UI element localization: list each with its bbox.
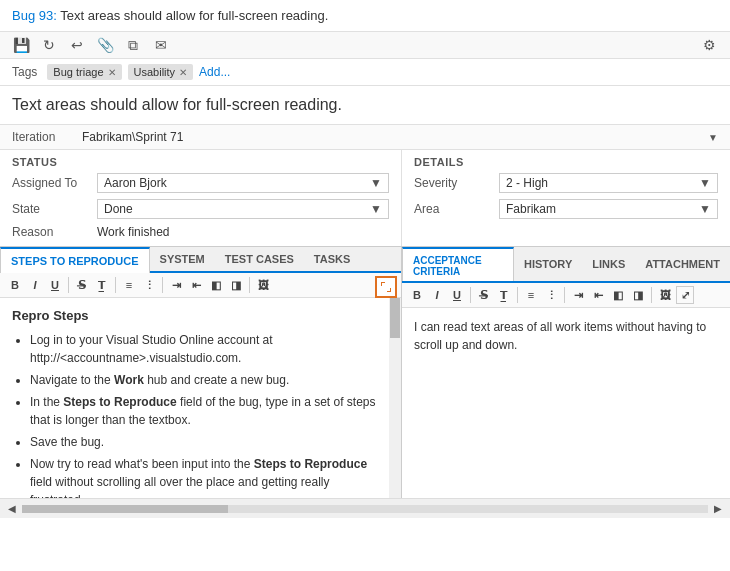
settings-icon[interactable]: ⚙ xyxy=(700,36,718,54)
area-row: Area Fabrikam ▼ xyxy=(402,196,730,222)
state-label: State xyxy=(12,202,97,216)
left-tabs-bar: STEPS TO REPRODUCE SYSTEM TEST CASES TAS… xyxy=(0,247,401,273)
tab-history[interactable]: HISTORY xyxy=(514,252,582,276)
area-select[interactable]: Fabrikam ▼ xyxy=(499,199,718,219)
tab-tasks[interactable]: TASKS xyxy=(304,247,360,271)
right-separator-2 xyxy=(517,287,518,303)
col-left: STATUS Assigned To Aaron Bjork ▼ State D… xyxy=(0,150,402,246)
tag-bug-triage-remove[interactable]: ✕ xyxy=(108,67,116,78)
bold-button[interactable]: B xyxy=(6,276,24,294)
right-underline-button[interactable]: U xyxy=(448,286,466,304)
tab-links[interactable]: LINKS xyxy=(582,252,635,276)
right-bold-button[interactable]: B xyxy=(408,286,426,304)
tabs-row: STEPS TO REPRODUCE SYSTEM TEST CASES TAS… xyxy=(0,246,730,498)
right-separator-1 xyxy=(470,287,471,303)
right-editor-toolbar: B I U S̶ T̲ ≡ ⋮ ⇥ ⇤ ◧ ◨ 🖼 ⤢ xyxy=(402,283,730,308)
area-chevron: ▼ xyxy=(699,202,711,216)
col-right: DETAILS Severity 2 - High ▼ Area Fabrika… xyxy=(402,150,730,246)
assigned-to-row: Assigned To Aaron Bjork ▼ xyxy=(0,170,401,196)
unordered-list-button[interactable]: ⋮ xyxy=(140,276,158,294)
tag-usability-remove[interactable]: ✕ xyxy=(179,67,187,78)
status-header: STATUS xyxy=(0,150,401,170)
severity-select[interactable]: 2 - High ▼ xyxy=(499,173,718,193)
format-button[interactable]: T̲ xyxy=(93,276,111,294)
align-left-button[interactable]: ◧ xyxy=(207,276,225,294)
two-col-layout: STATUS Assigned To Aaron Bjork ▼ State D… xyxy=(0,150,730,246)
scroll-track[interactable] xyxy=(22,505,708,513)
list-item: In the Steps to Reproduce field of the b… xyxy=(30,393,381,429)
copy-icon[interactable]: ⧉ xyxy=(124,36,142,54)
iteration-value: Fabrikam\Sprint 71 xyxy=(82,130,708,144)
severity-value: 2 - High xyxy=(506,176,548,190)
tag-usability-label: Usability xyxy=(134,66,176,78)
tab-acceptance-criteria[interactable]: ACCEPTANCE CRITERIA xyxy=(402,247,514,283)
indent-button[interactable]: ⇥ xyxy=(167,276,185,294)
list-item: Log in to your Visual Studio Online acco… xyxy=(30,331,381,367)
ordered-list-button[interactable]: ≡ xyxy=(120,276,138,294)
align-right-button[interactable]: ◨ xyxy=(227,276,245,294)
area-label: Area xyxy=(414,202,499,216)
right-indent-button[interactable]: ⇥ xyxy=(569,286,587,304)
right-italic-button[interactable]: I xyxy=(428,286,446,304)
right-align-right-button[interactable]: ◨ xyxy=(629,286,647,304)
tags-label: Tags xyxy=(12,65,37,79)
right-align-left-button[interactable]: ◧ xyxy=(609,286,627,304)
add-tag-button[interactable]: Add... xyxy=(199,65,230,79)
tags-bar: Tags Bug triage ✕ Usability ✕ Add... xyxy=(0,59,730,86)
left-scrollbar-thumb[interactable] xyxy=(390,298,400,338)
work-item-title: Text areas should allow for full-screen … xyxy=(0,86,730,125)
separator-2 xyxy=(115,277,116,293)
tab-steps-to-reproduce[interactable]: STEPS TO REPRODUCE xyxy=(0,247,150,273)
list-item: Navigate to the Work hub and create a ne… xyxy=(30,371,381,389)
expand-button[interactable] xyxy=(375,276,397,298)
attach-icon[interactable]: 📎 xyxy=(96,36,114,54)
right-ordered-list-button[interactable]: ≡ xyxy=(522,286,540,304)
strikethrough-button[interactable]: S̶ xyxy=(73,276,91,294)
area-value: Fabrikam xyxy=(506,202,556,216)
underline-button[interactable]: U xyxy=(46,276,64,294)
state-chevron: ▼ xyxy=(370,202,382,216)
repro-steps-list: Log in to your Visual Studio Online acco… xyxy=(12,331,381,498)
bug-title: Text areas should allow for full-screen … xyxy=(57,8,328,23)
tag-usability: Usability ✕ xyxy=(128,64,194,80)
left-tabs-container: STEPS TO REPRODUCE SYSTEM TEST CASES TAS… xyxy=(0,247,402,498)
image-button[interactable]: 🖼 xyxy=(254,276,272,294)
undo-icon[interactable]: ↩ xyxy=(68,36,86,54)
steps-content-wrapper: Repro Steps Log in to your Visual Studio… xyxy=(0,298,401,498)
right-separator-3 xyxy=(564,287,565,303)
tag-bug-triage: Bug triage ✕ xyxy=(47,64,121,80)
tab-test-cases[interactable]: TEST CASES xyxy=(215,247,304,271)
assigned-to-select[interactable]: Aaron Bjork ▼ xyxy=(97,173,389,193)
separator-1 xyxy=(68,277,69,293)
refresh-icon[interactable]: ↻ xyxy=(40,36,58,54)
scroll-thumb[interactable] xyxy=(22,505,228,513)
list-item: Save the bug. xyxy=(30,433,381,451)
bug-id-link[interactable]: Bug 93: xyxy=(12,8,57,23)
iteration-dropdown-icon[interactable]: ▼ xyxy=(708,132,718,143)
email-icon[interactable]: ✉ xyxy=(152,36,170,54)
italic-button[interactable]: I xyxy=(26,276,44,294)
severity-chevron: ▼ xyxy=(699,176,711,190)
scroll-left-arrow[interactable]: ◀ xyxy=(4,501,20,516)
right-image-button[interactable]: 🖼 xyxy=(656,286,674,304)
scroll-right-arrow[interactable]: ▶ xyxy=(710,501,726,516)
save-icon[interactable]: 💾 xyxy=(12,36,30,54)
state-select[interactable]: Done ▼ xyxy=(97,199,389,219)
list-item: Now try to read what's been input into t… xyxy=(30,455,381,498)
right-expand-button[interactable]: ⤢ xyxy=(676,286,694,304)
tab-attachment[interactable]: ATTACHMENT xyxy=(635,252,730,276)
right-format-button[interactable]: T̲ xyxy=(495,286,513,304)
toolbar: 💾 ↻ ↩ 📎 ⧉ ✉ ⚙ xyxy=(0,32,730,59)
right-unordered-list-button[interactable]: ⋮ xyxy=(542,286,560,304)
bottom-scrollbar: ◀ ▶ xyxy=(0,498,730,518)
left-editor-toolbar: B I U S̶ T̲ ≡ ⋮ ⇥ ⇤ ◧ ◨ 🖼 xyxy=(0,273,401,298)
assigned-to-label: Assigned To xyxy=(12,176,97,190)
outdent-button[interactable]: ⇤ xyxy=(187,276,205,294)
state-value: Done xyxy=(104,202,133,216)
right-outdent-button[interactable]: ⇤ xyxy=(589,286,607,304)
iteration-label: Iteration xyxy=(12,130,82,144)
right-strikethrough-button[interactable]: S̶ xyxy=(475,286,493,304)
steps-content-area[interactable]: Repro Steps Log in to your Visual Studio… xyxy=(0,298,401,498)
tab-system[interactable]: SYSTEM xyxy=(150,247,215,271)
state-row: State Done ▼ xyxy=(0,196,401,222)
